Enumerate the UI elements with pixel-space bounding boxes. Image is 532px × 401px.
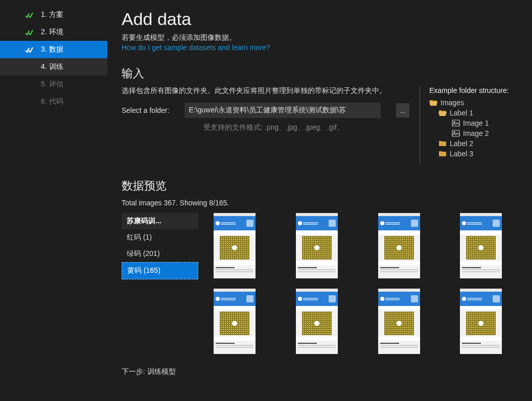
svg-point-3: [454, 132, 455, 133]
svg-rect-0: [452, 120, 459, 126]
tree-image: Image 1: [429, 118, 527, 128]
thumbnail-grid: [214, 213, 527, 354]
browse-button[interactable]: ...: [396, 103, 409, 117]
category-list: 苏康码训... 红码 (1) 绿码 (201) 黄码 (165): [122, 213, 198, 354]
page-subtitle: 若要生成模型，必须添加图像数据。: [122, 33, 527, 42]
category-item-red[interactable]: 红码 (1): [122, 229, 198, 246]
thumbnail[interactable]: [378, 289, 420, 354]
image-icon: [452, 119, 460, 127]
tree-image: Image 2: [429, 128, 527, 138]
preview-summary: Total images 367. Showing 8/165.: [122, 199, 527, 207]
main-content: Add data 若要生成模型，必须添加图像数据。 How do I get s…: [107, 0, 532, 401]
thumbnail[interactable]: [460, 289, 502, 354]
help-link[interactable]: How do I get sample datasets and learn m…: [122, 43, 527, 52]
wizard-sidebar: 1. 方案 2. 环境 3. 数据 4. 训练 5. 评估 6. 代码: [0, 0, 107, 401]
thumbnail[interactable]: [296, 289, 338, 354]
select-folder-label: Select a folder:: [122, 106, 169, 114]
tree-label: Label 3: [429, 149, 527, 159]
folder-path-input[interactable]: E:\guwei\永道资料\员工健康管理系统\测试数据\苏: [184, 103, 381, 118]
image-icon: [452, 129, 460, 137]
folder-icon: [438, 150, 447, 158]
supported-formats: 受支持的文件格式: .png、.jpg、.jpeg、.gif。: [203, 123, 409, 132]
sidebar-step-env[interactable]: 2. 环境: [0, 23, 107, 41]
sidebar-step-scheme[interactable]: 1. 方案: [0, 6, 107, 23]
check-icon: [25, 45, 34, 55]
tree-root: Images: [429, 98, 527, 108]
check-icon: [25, 11, 34, 20]
check-icon: [25, 28, 34, 37]
folder-open-icon: [438, 109, 447, 117]
page-title: Add data: [122, 9, 527, 29]
svg-point-1: [454, 122, 455, 123]
sidebar-step-eval: 5. 评估: [0, 76, 107, 93]
next-step-label: 下一步: 训练模型: [122, 367, 527, 376]
svg-rect-2: [452, 130, 459, 136]
thumbnail[interactable]: [214, 289, 256, 354]
tree-label: Label 1: [429, 108, 527, 118]
example-panel: Example folder structure: Images Label 1…: [420, 86, 527, 164]
example-title: Example folder structure:: [429, 86, 527, 95]
category-item-yellow[interactable]: 黄码 (165): [122, 262, 198, 279]
folder-icon: [438, 139, 447, 148]
thumbnail[interactable]: [460, 213, 502, 278]
thumbnail[interactable]: [296, 213, 338, 278]
sidebar-step-data[interactable]: 3. 数据: [0, 41, 107, 58]
input-description: 选择包含所有图像的文件夹。此文件夹应将照片整理到单独的带标记的子文件夹中。: [122, 86, 409, 96]
folder-open-icon: [429, 99, 437, 107]
tree-label: Label 2: [429, 138, 527, 149]
category-item-green[interactable]: 绿码 (201): [122, 246, 198, 262]
thumbnail[interactable]: [214, 213, 256, 278]
preview-heading: 数据预览: [122, 178, 527, 194]
thumbnail[interactable]: [378, 213, 420, 278]
sidebar-step-code: 6. 代码: [0, 93, 107, 110]
category-header[interactable]: 苏康码训...: [122, 213, 198, 229]
sidebar-step-train[interactable]: 4. 训练: [0, 58, 107, 76]
input-heading: 输入: [122, 66, 527, 81]
